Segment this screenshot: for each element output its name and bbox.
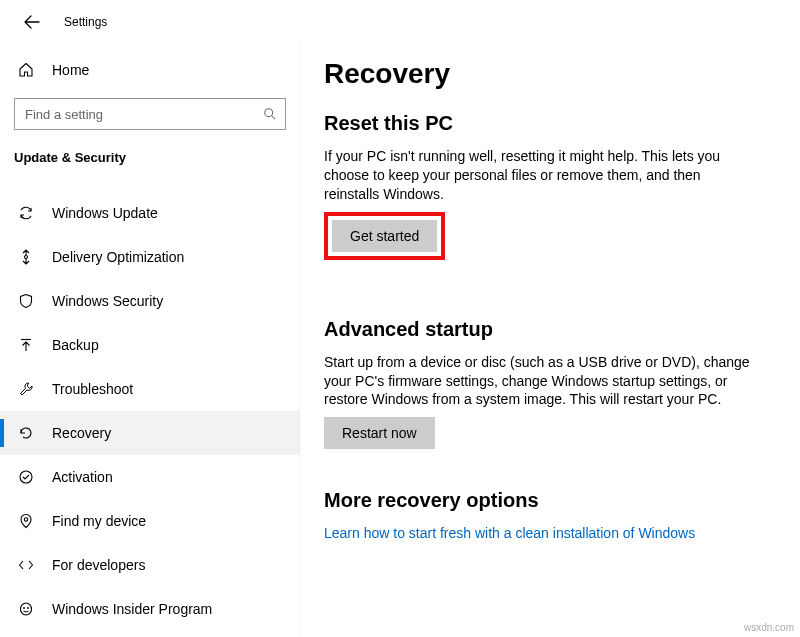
sidebar-item-recovery[interactable]: Recovery — [0, 411, 300, 455]
wrench-icon — [16, 381, 36, 397]
shield-icon — [16, 293, 36, 309]
restart-now-button[interactable]: Restart now — [324, 417, 435, 449]
delivery-icon — [16, 249, 36, 265]
sidebar-category: Update & Security — [0, 130, 300, 177]
sync-icon — [16, 205, 36, 221]
insider-icon — [16, 601, 36, 617]
fresh-start-link[interactable]: Learn how to start fresh with a clean in… — [324, 525, 695, 541]
sidebar: Home Update & Security Windows Update — [0, 44, 300, 637]
nav-list: Windows Update Delivery Optimization Win… — [0, 191, 300, 631]
search-icon — [263, 107, 277, 121]
sidebar-item-windows-update[interactable]: Windows Update — [0, 191, 300, 235]
svg-point-7 — [27, 607, 29, 609]
sidebar-item-label: Windows Update — [52, 205, 158, 221]
arrow-left-icon — [24, 14, 40, 30]
activation-icon — [16, 469, 36, 485]
app-title: Settings — [64, 15, 107, 29]
sidebar-item-label: Activation — [52, 469, 113, 485]
sidebar-item-troubleshoot[interactable]: Troubleshoot — [0, 367, 300, 411]
sidebar-item-label: Find my device — [52, 513, 146, 529]
reset-description: If your PC isn't running well, resetting… — [324, 147, 754, 204]
nav-home-label: Home — [52, 62, 89, 78]
back-button[interactable] — [18, 8, 46, 36]
sidebar-item-label: Recovery — [52, 425, 111, 441]
advanced-description: Start up from a device or disc (such as … — [324, 353, 754, 410]
sidebar-item-label: For developers — [52, 557, 145, 573]
sidebar-divider — [299, 44, 300, 637]
sidebar-item-for-developers[interactable]: For developers — [0, 543, 300, 587]
search-input[interactable] — [14, 98, 286, 130]
svg-point-3 — [20, 471, 32, 483]
sidebar-item-label: Delivery Optimization — [52, 249, 184, 265]
home-icon — [16, 62, 36, 78]
advanced-heading: Advanced startup — [324, 318, 776, 341]
watermark: wsxdn.com — [744, 622, 794, 633]
sidebar-item-find-my-device[interactable]: Find my device — [0, 499, 300, 543]
page-title: Recovery — [324, 58, 776, 90]
svg-point-0 — [265, 109, 273, 117]
highlight-annotation: Get started — [324, 212, 445, 260]
reset-heading: Reset this PC — [324, 112, 776, 135]
sidebar-item-label: Troubleshoot — [52, 381, 133, 397]
sidebar-item-windows-insider[interactable]: Windows Insider Program — [0, 587, 300, 631]
sidebar-item-delivery-optimization[interactable]: Delivery Optimization — [0, 235, 300, 279]
sidebar-item-label: Backup — [52, 337, 99, 353]
search-field[interactable] — [25, 107, 253, 122]
content-pane: Recovery Reset this PC If your PC isn't … — [300, 44, 800, 637]
sidebar-item-windows-security[interactable]: Windows Security — [0, 279, 300, 323]
svg-line-1 — [272, 116, 276, 120]
backup-icon — [16, 337, 36, 353]
title-bar: Settings — [0, 0, 800, 44]
sidebar-item-label: Windows Insider Program — [52, 601, 212, 617]
recovery-icon — [16, 425, 36, 441]
section-advanced-startup: Advanced startup Start up from a device … — [324, 318, 776, 450]
svg-point-4 — [24, 518, 27, 521]
sidebar-item-label: Windows Security — [52, 293, 163, 309]
svg-point-6 — [23, 607, 25, 609]
more-heading: More recovery options — [324, 489, 776, 512]
svg-point-2 — [25, 256, 28, 259]
sidebar-item-activation[interactable]: Activation — [0, 455, 300, 499]
get-started-button[interactable]: Get started — [332, 220, 437, 252]
nav-home[interactable]: Home — [0, 52, 300, 88]
section-reset-pc: Reset this PC If your PC isn't running w… — [324, 112, 776, 288]
section-more-recovery: More recovery options Learn how to start… — [324, 489, 776, 542]
code-icon — [16, 557, 36, 573]
location-icon — [16, 513, 36, 529]
sidebar-item-backup[interactable]: Backup — [0, 323, 300, 367]
svg-point-5 — [21, 603, 32, 615]
